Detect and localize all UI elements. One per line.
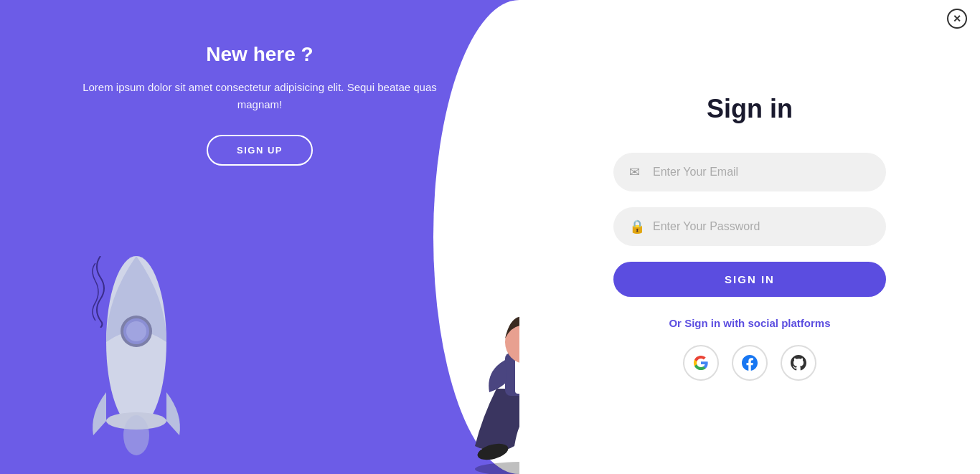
svg-point-6 <box>475 462 519 474</box>
password-input[interactable] <box>613 207 886 246</box>
left-title: New here ? <box>80 43 439 66</box>
signup-button[interactable]: SIGN UP <box>207 135 313 166</box>
google-login-button[interactable] <box>683 345 719 381</box>
illustration-area <box>0 202 476 474</box>
right-panel: ✕ Sign in ✉ 🔒 SIGN IN Or Sign in with so… <box>519 0 980 474</box>
left-description: Lorem ipsum dolor sit amet consectetur a… <box>80 79 439 113</box>
github-login-button[interactable] <box>781 345 816 381</box>
left-content: New here ? Lorem ipsum dolor sit amet co… <box>80 43 439 166</box>
social-text-suffix: with social platforms <box>720 317 830 329</box>
facebook-login-button[interactable] <box>732 345 768 381</box>
google-icon <box>693 355 709 371</box>
email-input[interactable] <box>613 153 886 191</box>
left-panel: New here ? Lorem ipsum dolor sit amet co… <box>0 0 519 474</box>
social-text: Or Sign in with social platforms <box>669 317 830 329</box>
rocket-illustration <box>79 227 194 460</box>
person-illustration <box>453 274 519 474</box>
github-icon <box>791 355 806 371</box>
social-icons-container <box>683 345 816 381</box>
close-button[interactable]: ✕ <box>947 9 967 29</box>
social-signin-link[interactable]: Sign in <box>684 317 720 329</box>
email-icon: ✉ <box>629 164 640 180</box>
signin-title: Sign in <box>707 94 793 124</box>
signin-button[interactable]: SIGN IN <box>613 262 886 297</box>
svg-point-3 <box>126 321 146 341</box>
svg-point-5 <box>123 415 149 455</box>
password-input-group: 🔒 <box>613 207 886 246</box>
lock-icon: 🔒 <box>629 219 645 234</box>
facebook-icon <box>742 355 758 371</box>
social-text-prefix: Or <box>669 317 684 329</box>
email-input-group: ✉ <box>613 153 886 191</box>
